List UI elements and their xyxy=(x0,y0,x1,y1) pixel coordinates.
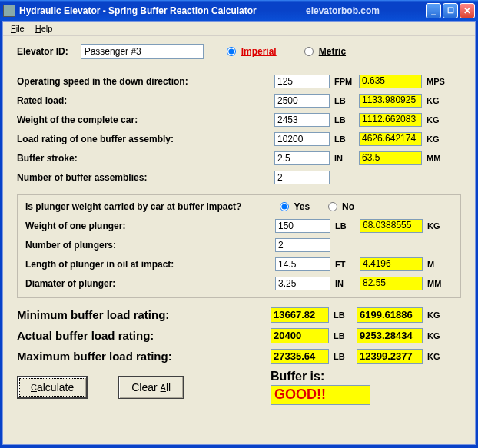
imperial-label: Imperial xyxy=(241,46,277,57)
rated-metric: 1133.980925 xyxy=(359,94,422,108)
close-button[interactable]: ✕ xyxy=(460,3,475,18)
plunger-no-radio[interactable] xyxy=(328,202,337,211)
unit-lb: LB xyxy=(330,221,360,231)
plunger-yes-radio[interactable] xyxy=(280,202,289,211)
min-label: Minimum buffer load rating: xyxy=(17,308,271,321)
unit-mm: MM xyxy=(422,154,451,163)
unit-lb: LB xyxy=(330,115,359,124)
unit-lb: LB xyxy=(329,310,357,320)
unit-lb: LB xyxy=(329,352,357,361)
carwt-input[interactable] xyxy=(274,113,330,127)
imperial-radio[interactable] xyxy=(227,47,236,56)
unit-in: IN xyxy=(330,154,359,163)
plungerdia-input[interactable] xyxy=(275,277,330,290)
plunger-question: Is plunger weight carried by car at buff… xyxy=(25,201,241,212)
minimize-button[interactable]: _ xyxy=(426,3,441,18)
bufload-input[interactable] xyxy=(274,132,330,146)
plungerwt-input[interactable] xyxy=(275,219,330,233)
unit-fpm: FPM xyxy=(330,77,359,86)
buffer-is-label: Buffer is: xyxy=(271,370,370,383)
bufload-metric: 4626.642174 xyxy=(359,132,422,146)
stroke-label: Buffer stroke: xyxy=(17,153,274,164)
speed-input[interactable] xyxy=(274,75,330,88)
plungerwt-label: Weight of one plunger: xyxy=(25,221,275,231)
menubar: File Help xyxy=(3,22,475,36)
speed-metric: 0.635 xyxy=(359,75,422,88)
elevator-id-input[interactable] xyxy=(81,44,204,59)
unit-kg: KG xyxy=(423,331,450,340)
carwt-metric: 1112.662083 xyxy=(359,113,422,127)
unit-kg: KG xyxy=(422,115,451,124)
unit-m: M xyxy=(423,260,452,269)
unit-kg: KG xyxy=(423,310,450,320)
rated-input[interactable] xyxy=(274,94,330,108)
stroke-input[interactable] xyxy=(274,151,330,165)
unit-ft: FT xyxy=(330,260,360,269)
stroke-metric: 63.5 xyxy=(359,151,422,165)
unit-kg: KG xyxy=(422,96,451,105)
menu-file[interactable]: File xyxy=(6,23,29,34)
unit-kg: KG xyxy=(423,352,450,361)
metric-label: Metric xyxy=(319,46,346,57)
nbuf-label: Number of buffer assemblies: xyxy=(17,172,274,183)
plungerlen-input[interactable] xyxy=(275,257,330,271)
nbuf-input[interactable] xyxy=(274,171,330,184)
plungerdia-metric: 82.55 xyxy=(360,277,423,290)
titlebar: Hydraulic Elevator - Spring Buffer React… xyxy=(0,0,478,21)
yes-label: Yes xyxy=(294,201,310,212)
window-subtitle: elevatorbob.com xyxy=(306,5,380,16)
bufload-label: Load rating of one buffer assembly: xyxy=(17,134,274,144)
max-value: 27335.64 xyxy=(271,349,329,364)
unit-kg: KG xyxy=(422,134,451,144)
unit-lb: LB xyxy=(329,331,357,340)
app-icon xyxy=(3,5,15,17)
maximize-button[interactable]: ☐ xyxy=(443,3,458,18)
rated-label: Rated load: xyxy=(17,95,274,106)
buffer-status: GOOD!! xyxy=(271,385,370,405)
unit-lb: LB xyxy=(330,134,359,144)
unit-kg: KG xyxy=(423,221,452,231)
unit-mm: MM xyxy=(423,279,452,288)
unit-lb: LB xyxy=(330,96,359,105)
max-metric: 12399.2377 xyxy=(357,349,423,364)
unit-in: IN xyxy=(330,279,360,288)
carwt-label: Weight of the complete car: xyxy=(17,114,274,125)
act-metric: 9253.28434 xyxy=(357,328,423,343)
no-label: No xyxy=(342,201,354,212)
nplunger-label: Number of plungers: xyxy=(25,240,275,251)
window-title: Hydraulic Elevator - Spring Buffer React… xyxy=(19,5,306,16)
nplunger-input[interactable] xyxy=(275,238,330,252)
act-label: Actual buffer load rating: xyxy=(17,329,271,342)
plungerlen-metric: 4.4196 xyxy=(360,257,423,271)
min-value: 13667.82 xyxy=(271,307,329,323)
speed-label: Operating speed in the down direction: xyxy=(17,76,274,87)
min-metric: 6199.61886 xyxy=(357,307,423,323)
plungerdia-label: Diamater of plunger: xyxy=(25,278,275,289)
unit-mps: MPS xyxy=(422,77,451,86)
menu-help[interactable]: Help xyxy=(31,23,58,34)
act-value: 20400 xyxy=(271,328,329,343)
plungerwt-metric: 68.0388555 xyxy=(360,219,423,233)
plungerlen-label: Length of plunger in oil at impact: xyxy=(25,259,275,270)
window-frame: File Help Elevator ID: Imperial Metric O… xyxy=(2,21,476,445)
plunger-group: Is plunger weight carried by car at buff… xyxy=(17,194,461,298)
elevator-id-label: Elevator ID: xyxy=(17,46,68,57)
max-label: Maximum buffer load rating: xyxy=(17,350,271,363)
clear-button[interactable]: Clear All xyxy=(118,376,184,399)
metric-radio[interactable] xyxy=(304,47,314,56)
calculate-button[interactable]: Calculate xyxy=(17,376,88,399)
